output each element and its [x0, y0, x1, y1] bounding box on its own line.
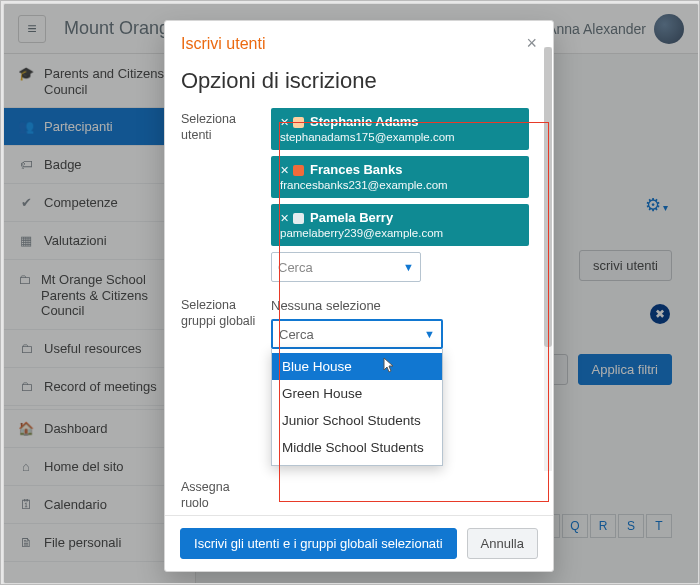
selected-user-chip[interactable]: ✕Stephanie Adams stephanadams175@example… — [271, 108, 529, 150]
user-name: Pamela Berry — [310, 210, 393, 225]
user-email: francesbanks231@example.com — [280, 179, 520, 191]
option-label: Blue House — [282, 359, 352, 374]
cohort-option-green-house[interactable]: Green House — [272, 380, 442, 407]
cohort-option-middle[interactable]: Middle School Students — [272, 434, 442, 461]
avatar — [293, 213, 304, 224]
cursor-icon — [382, 357, 398, 376]
modal-title: Iscrivi utenti — [181, 35, 265, 53]
remove-user-icon[interactable]: ✕ — [280, 116, 289, 128]
search-placeholder: Cerca — [279, 327, 314, 342]
assign-role-label: Assegna ruolo — [181, 476, 257, 511]
user-email: stephanadams175@example.com — [280, 131, 520, 143]
scrollbar-thumb[interactable] — [544, 47, 552, 347]
cohort-dropdown: Blue House Green House Junior School Stu… — [271, 349, 443, 466]
chevron-down-icon: ▼ — [424, 328, 435, 340]
cohort-option-blue-house[interactable]: Blue House — [272, 353, 442, 380]
select-cohorts-label: Seleziona gruppi globali — [181, 294, 257, 466]
close-icon[interactable]: × — [526, 33, 537, 54]
submit-button[interactable]: Iscrivi gli utenti e i gruppi globali se… — [180, 528, 457, 559]
search-placeholder: Cerca — [278, 260, 313, 275]
avatar — [293, 165, 304, 176]
selected-user-chip[interactable]: ✕Frances Banks francesbanks231@example.c… — [271, 156, 529, 198]
remove-user-icon[interactable]: ✕ — [280, 164, 289, 176]
chevron-down-icon: ▼ — [403, 261, 414, 273]
avatar — [293, 117, 304, 128]
select-users-label: Seleziona utenti — [181, 108, 257, 282]
user-name: Frances Banks — [310, 162, 403, 177]
user-search-input[interactable]: Cerca ▼ — [271, 252, 421, 282]
cohort-search-input[interactable]: Cerca ▼ — [271, 319, 443, 349]
user-name: Stephanie Adams — [310, 114, 419, 129]
cohort-option-junior[interactable]: Junior School Students — [272, 407, 442, 434]
selected-user-chip[interactable]: ✕Pamela Berry pamelaberry239@example.com — [271, 204, 529, 246]
no-selection-text: Nessuna selezione — [271, 298, 529, 313]
modal-section-heading: Opzioni di iscrizione — [181, 68, 529, 94]
scrollbar[interactable] — [544, 47, 552, 471]
enrol-users-modal: Iscrivi utenti × Opzioni di iscrizione S… — [164, 20, 554, 572]
remove-user-icon[interactable]: ✕ — [280, 212, 289, 224]
user-email: pamelaberry239@example.com — [280, 227, 520, 239]
cancel-button[interactable]: Annulla — [467, 528, 538, 559]
